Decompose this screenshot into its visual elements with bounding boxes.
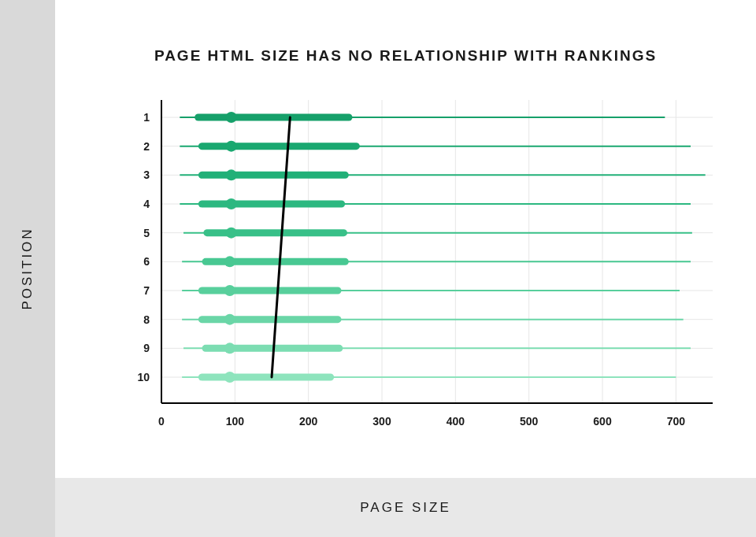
svg-text:0: 0 xyxy=(158,415,165,428)
y-axis-label: POSITION xyxy=(20,227,35,309)
y-axis-label-sidebar: POSITION xyxy=(0,0,55,537)
svg-text:3: 3 xyxy=(143,169,150,181)
svg-text:400: 400 xyxy=(447,415,465,428)
chart-container: 010020030040050060070012345678910 xyxy=(55,88,756,478)
svg-text:5: 5 xyxy=(143,227,150,239)
svg-text:7: 7 xyxy=(143,284,150,297)
boxplot-chart: 010020030040050060070012345678910 xyxy=(110,88,724,443)
svg-text:4: 4 xyxy=(143,198,150,210)
svg-point-40 xyxy=(226,228,237,239)
svg-text:8: 8 xyxy=(143,313,150,326)
svg-text:9: 9 xyxy=(143,342,150,354)
svg-point-20 xyxy=(226,112,237,123)
svg-text:2: 2 xyxy=(143,140,150,153)
x-axis-label-bar: PAGE SIZE xyxy=(55,478,756,537)
svg-point-55 xyxy=(224,314,235,325)
svg-text:200: 200 xyxy=(299,415,318,428)
svg-text:500: 500 xyxy=(520,415,539,428)
svg-text:10: 10 xyxy=(137,371,150,383)
svg-point-25 xyxy=(226,141,237,152)
svg-text:6: 6 xyxy=(143,255,150,268)
x-axis-label: PAGE SIZE xyxy=(360,500,451,516)
svg-point-45 xyxy=(224,256,235,267)
svg-text:300: 300 xyxy=(372,415,391,428)
main-chart-area: PAGE HTML SIZE HAS NO RELATIONSHIP WITH … xyxy=(55,0,756,537)
svg-point-35 xyxy=(226,198,237,209)
svg-point-30 xyxy=(226,169,237,180)
svg-text:700: 700 xyxy=(667,415,686,428)
chart-title: PAGE HTML SIZE HAS NO RELATIONSHIP WITH … xyxy=(55,47,756,65)
svg-text:1: 1 xyxy=(143,111,150,124)
svg-text:100: 100 xyxy=(226,415,245,428)
svg-line-68 xyxy=(272,117,290,377)
svg-point-60 xyxy=(224,343,235,354)
svg-point-65 xyxy=(224,372,235,383)
svg-point-50 xyxy=(224,285,235,296)
svg-text:600: 600 xyxy=(593,415,612,428)
